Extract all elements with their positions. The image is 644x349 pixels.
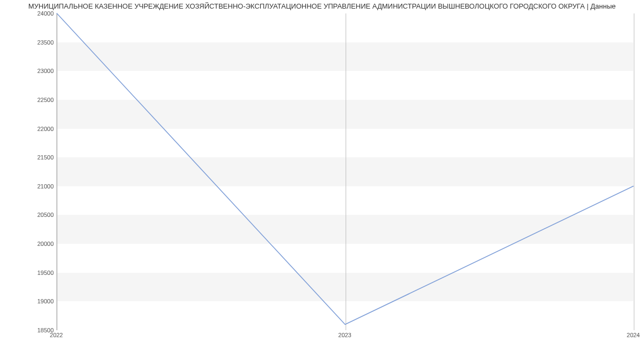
y-axis-tick-label: 24000 (3, 10, 54, 17)
y-axis-tick-label: 18500 (3, 327, 54, 333)
y-axis-tick-label: 22000 (3, 126, 54, 132)
y-axis-tick-label: 20500 (3, 212, 54, 218)
y-axis-tick-label: 20000 (3, 241, 54, 247)
series-line (57, 13, 633, 324)
y-axis-tick-label: 19500 (3, 270, 54, 276)
x-axis-tick-label: 2023 (338, 332, 351, 338)
grid-line-vertical (634, 13, 634, 330)
x-axis-tick-label: 2024 (627, 332, 640, 338)
y-axis-tick-label: 21000 (3, 183, 54, 190)
line-series (57, 13, 633, 330)
y-axis-tick-label: 23000 (3, 68, 54, 74)
x-axis-tick-label: 2022 (50, 332, 63, 338)
chart-container: МУНИЦИПАЛЬНОЕ КАЗЕННОЕ УЧРЕЖДЕНИЕ ХОЗЯЙС… (0, 0, 644, 349)
y-axis-tick-label: 21500 (3, 154, 54, 161)
plot-area (56, 13, 633, 330)
chart-title: МУНИЦИПАЛЬНОЕ КАЗЕННОЕ УЧРЕЖДЕНИЕ ХОЗЯЙС… (0, 2, 644, 10)
y-axis-tick-label: 23500 (3, 39, 54, 46)
y-axis-tick-label: 19000 (3, 298, 54, 304)
y-axis-tick-label: 22500 (3, 97, 54, 103)
